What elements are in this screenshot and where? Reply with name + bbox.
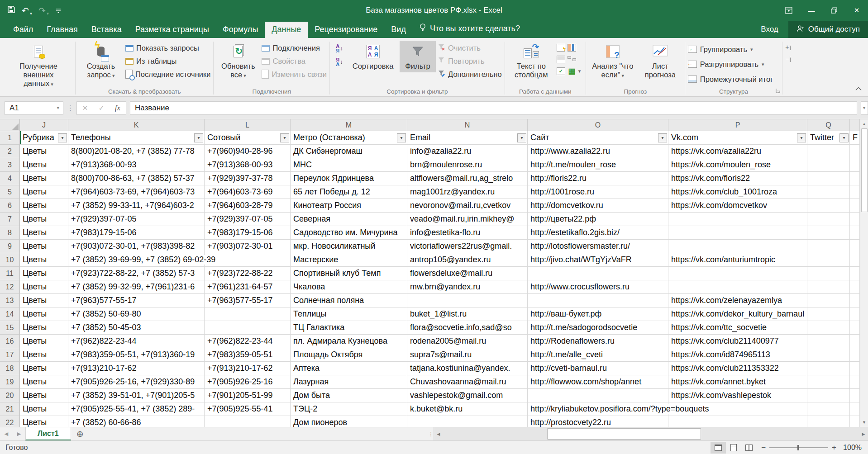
cell[interactable] [407, 294, 528, 307]
cell[interactable]: +7(929)397-07-05 [205, 213, 291, 226]
header-cell-Метро (Остановка)[interactable]: Метро (Остановка)▾ [291, 131, 407, 145]
cell[interactable]: Цветы [20, 389, 68, 402]
cell[interactable]: 8(800)201-08-20, +7 (3852) 77-78 [68, 145, 205, 158]
cell[interactable]: +7(913)210-17-62 [205, 362, 291, 375]
cell[interactable] [850, 199, 860, 213]
cell[interactable]: http://domcvetkov.ru [528, 199, 668, 213]
cell[interactable] [807, 348, 850, 362]
cell[interactable]: Теплицы [291, 307, 407, 321]
cell[interactable]: veado@mail.ru,irin.mikhey@ [407, 213, 528, 226]
cell[interactable]: +7(964)603-73-69, +7(964)603-73 [68, 185, 205, 199]
cell[interactable]: https://vk.com/azalia22ru [668, 145, 807, 158]
cell[interactable]: Цветы [20, 402, 68, 416]
cell[interactable]: +7(913)368-00-93 [205, 158, 291, 172]
row-number-5[interactable]: 5 [0, 185, 20, 199]
cell[interactable]: +7(961)231-64-57 [205, 280, 291, 294]
cell[interactable] [807, 199, 850, 213]
column-header-L[interactable]: L [205, 119, 291, 131]
new-sheet-icon[interactable]: ⊕ [71, 427, 89, 440]
header-cell-Рубрика[interactable]: Рубрика▾ [20, 131, 68, 145]
row-number-8[interactable]: 8 [0, 226, 20, 240]
cell[interactable]: https://vk.com/dekor_kultury_barnaul [668, 307, 807, 321]
advanced-filter-button[interactable]: Дополнительно [438, 69, 502, 80]
cell[interactable]: tatjana.kostiunina@yandex. [407, 362, 528, 375]
cell[interactable]: Мастерские [291, 253, 407, 267]
cell[interactable]: Цветы [20, 185, 68, 199]
tab-Данные[interactable]: Данные [265, 22, 308, 38]
cell[interactable]: http://jivo.chat/WTgYjzVaFR [528, 253, 668, 267]
cell[interactable] [407, 416, 528, 427]
cell[interactable]: +7(983)359-05-51, +7(913)360-19 [68, 348, 205, 362]
zoom-slider-thumb[interactable] [797, 445, 799, 450]
save-icon[interactable] [7, 5, 15, 16]
cell[interactable]: +7(964)603-28-79 [205, 199, 291, 213]
row-number-20[interactable]: 20 [0, 389, 20, 402]
cell[interactable]: Переулок Ядринцева [291, 172, 407, 185]
cell[interactable] [205, 321, 291, 335]
cell[interactable]: mw.brn@yandex.ru [407, 280, 528, 294]
cell[interactable] [850, 389, 860, 402]
cell[interactable]: +7(964)603-73-69 [205, 185, 291, 199]
cell[interactable] [850, 253, 860, 267]
cell[interactable] [850, 226, 860, 240]
cell[interactable]: Цветы [20, 307, 68, 321]
insert-function-icon[interactable]: fx [110, 104, 126, 113]
row-number-1[interactable]: 1 [0, 131, 20, 145]
cell[interactable]: brn@moulenrose.ru [407, 158, 528, 172]
formula-input[interactable]: Название [130, 101, 857, 115]
close-button[interactable]: ✕ [845, 0, 868, 21]
scroll-up-icon[interactable]: ▲ [860, 119, 868, 128]
cell[interactable]: http://prostocvety22.ru [528, 416, 668, 427]
cell[interactable]: +7(905)926-25-16 [205, 375, 291, 389]
cell[interactable]: http://t.me/moulen_rose [528, 158, 668, 172]
cell[interactable] [807, 240, 850, 253]
cell[interactable]: пл. Адмирала Кузнецова [291, 335, 407, 348]
cell[interactable]: Цветы [20, 240, 68, 253]
column-header-J[interactable]: J [20, 119, 68, 131]
vertical-scroll-thumb[interactable] [861, 128, 868, 212]
cell[interactable]: vashlepestok@gmail.com [407, 389, 528, 402]
cell[interactable] [850, 240, 860, 253]
cell[interactable]: +7(903)072-30-01, +7(983)398-82 [68, 240, 205, 253]
cell[interactable] [807, 416, 850, 427]
cell[interactable]: +7(929)397-37-78 [205, 172, 291, 185]
tab-Разметка страницы[interactable]: Разметка страницы [129, 22, 216, 38]
cell[interactable]: Цветы [20, 158, 68, 172]
column-header-P[interactable]: P [668, 119, 807, 131]
page-layout-view-button[interactable] [726, 442, 741, 454]
name-box[interactable]: A1 ▾ [5, 101, 63, 115]
cell[interactable]: rodena2005@mail.ru [407, 335, 528, 348]
column-header-O[interactable]: O [528, 119, 668, 131]
cell[interactable]: Цветы [20, 416, 68, 427]
cell[interactable]: https://vk.com/zelenayazemlya [668, 294, 807, 307]
cell[interactable]: https://vk.com/annet.byket [668, 375, 807, 389]
cell[interactable] [807, 280, 850, 294]
cell[interactable]: https://vk.com/id874965113 [668, 348, 807, 362]
zoom-out-icon[interactable]: − [761, 443, 766, 452]
cell[interactable] [807, 185, 850, 199]
cell[interactable]: https://vk.com/club_1001roza [668, 185, 807, 199]
get-external-data-button[interactable]: Получение внешних данных▾ [5, 41, 72, 90]
collapse-ribbon-icon[interactable] [855, 85, 862, 93]
connections-button[interactable]: Подключения [262, 43, 327, 53]
cell[interactable]: Цветы [20, 226, 68, 240]
cell[interactable] [807, 172, 850, 185]
cell[interactable] [528, 389, 668, 402]
cell[interactable]: victoriaflowers22rus@gmail. [407, 240, 528, 253]
cell[interactable]: http://flowwow.com/shop/annet [528, 375, 668, 389]
header-cell-F[interactable]: F [850, 131, 860, 145]
cell[interactable]: https://vk.com/club211353322 [668, 362, 807, 375]
row-number-21[interactable]: 21 [0, 402, 20, 416]
cell[interactable]: +7(983)179-15-06 [68, 226, 205, 240]
consolidate-icon[interactable] [557, 56, 565, 63]
cell[interactable] [668, 213, 807, 226]
cell[interactable]: Северная [291, 213, 407, 226]
cell[interactable]: Цветы [20, 253, 68, 267]
sort-descending-button[interactable]: ЯА↓ [333, 57, 346, 67]
column-header-partial[interactable] [850, 119, 860, 131]
cell[interactable] [807, 158, 850, 172]
cell[interactable] [807, 267, 850, 280]
sheet-tab-list1[interactable]: Лист1 [25, 427, 71, 440]
filter-dropdown-icon[interactable]: ▾ [194, 133, 203, 142]
cell[interactable] [850, 145, 860, 158]
